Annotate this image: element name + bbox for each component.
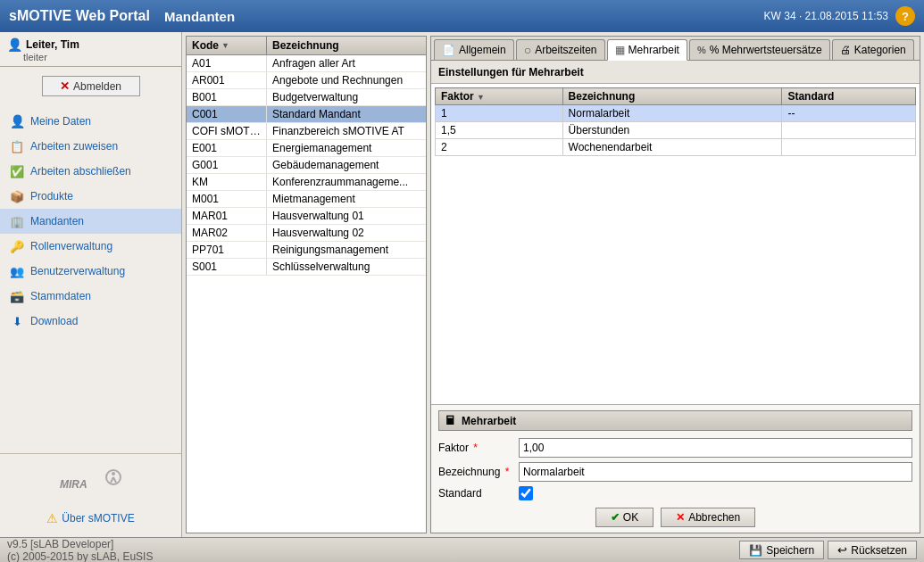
users-icon	[9, 263, 25, 279]
product-icon	[9, 188, 25, 204]
sidebar-item-meine-daten[interactable]: Meine Daten	[0, 109, 181, 134]
inner-table-body[interactable]: 1Normalarbeit--1,5Überstunden2Wochenenda…	[436, 105, 916, 156]
bezeichnung-col-header: Bezeichnung	[562, 88, 782, 105]
sidebar-item-arbeiten-abschliessen[interactable]: Arbeiten abschließen	[0, 159, 181, 184]
sidebar: Leiter, Tim tleiter ✕ Abmelden Meine Dat…	[0, 32, 182, 537]
app-title: sMOTIVE Web Portal	[9, 8, 150, 24]
back-icon	[837, 543, 847, 557]
list-item[interactable]: M001Mietmanagement	[187, 191, 426, 208]
mira-logo: MIRA	[7, 461, 174, 501]
faktor-label: Faktor *	[438, 442, 519, 454]
list-item[interactable]: KMKonferenzraummanageme...	[187, 174, 426, 191]
cancel-button[interactable]: ✕ Abbrechen	[661, 508, 755, 527]
datetime: KW 34 · 21.08.2015 11:53	[764, 10, 888, 22]
sidebar-item-download[interactable]: Download	[0, 309, 181, 334]
settings-section-header: Einstellungen für Mehrarbeit	[431, 61, 920, 84]
nav-items: Meine Daten Arbeiten zuweisen Arbeiten a…	[0, 105, 181, 453]
inner-table-head: Faktor ▼ Bezeichnung Standard	[436, 88, 916, 105]
table-row[interactable]: 1Normalarbeit--	[436, 105, 916, 122]
complete-icon	[9, 163, 25, 179]
sidebar-item-stammdaten[interactable]: Stammdaten	[0, 284, 181, 309]
list-item[interactable]: A01Anfragen aller Art	[187, 55, 426, 72]
svg-point-2	[112, 472, 115, 475]
header-left: sMOTIVE Web Portal Mandanten	[9, 8, 235, 24]
save-button[interactable]: Speichern	[739, 541, 824, 559]
sidebar-item-benutzerverwaltung[interactable]: Benutzerverwaltung	[0, 259, 181, 284]
sort-arrow-icon: ▼	[221, 41, 229, 50]
bezeichnung-column-header: Bezeichnung	[267, 37, 426, 54]
tab-mehrwertsteuersaetze[interactable]: % Mehrwertsteuersätze	[689, 39, 830, 60]
settings-panel: Allgemein Arbeitszeiten Mehrarbeit % Meh…	[430, 36, 920, 533]
calc-icon	[445, 414, 456, 427]
faktor-input[interactable]	[519, 438, 912, 458]
standard-label: Standard	[438, 487, 519, 500]
ok-button[interactable]: ✔ OK	[595, 508, 653, 527]
about-icon	[46, 511, 58, 525]
sidebar-item-mandanten[interactable]: Mandanten	[0, 209, 181, 234]
standard-row: Standard	[438, 486, 912, 500]
user-name: Leiter, Tim	[7, 37, 174, 52]
table-row[interactable]: 1,5Überstunden	[436, 122, 916, 139]
list-item[interactable]: G001Gebäudemanagement	[187, 157, 426, 174]
content-body: Kode ▼ Bezeichnung A01Anfragen aller Art…	[182, 32, 924, 537]
form-title-bar: Mehrarbeit	[438, 410, 912, 431]
tab-arbeitszeiten[interactable]: Arbeitszeiten	[516, 39, 605, 60]
list-item[interactable]: MAR02Hausverwaltung 02	[187, 225, 426, 242]
data-icon	[9, 288, 25, 304]
list-item[interactable]: B001Budgetverwaltung	[187, 89, 426, 106]
statusbar-buttons: Speichern Rücksetzen	[739, 541, 917, 559]
about-link[interactable]: Über sMOTIVE	[7, 507, 174, 530]
list-item[interactable]: C001Standard Mandant	[187, 106, 426, 123]
user-section: Leiter, Tim tleiter	[0, 32, 181, 67]
faktor-row: Faktor *	[438, 438, 912, 458]
mira-logo-svg: MIRA	[55, 461, 127, 497]
app-header: sMOTIVE Web Portal Mandanten KW 34 · 21.…	[0, 0, 924, 32]
bezeichnung-input[interactable]	[519, 462, 912, 482]
work-icon	[9, 138, 25, 154]
right-content: Einstellungen für Mehrarbeit Faktor ▼	[431, 61, 920, 533]
header-right: KW 34 · 21.08.2015 11:53 ?	[764, 6, 915, 26]
tab-allgemein[interactable]: Allgemein	[434, 39, 514, 60]
standard-checkbox[interactable]	[519, 486, 533, 500]
sidebar-item-rollenverwaltung[interactable]: Rollenverwaltung	[0, 234, 181, 259]
standard-col-header: Standard	[782, 88, 916, 105]
mandanten-table[interactable]: A01Anfragen aller ArtAR001Angebote und R…	[187, 55, 426, 533]
ok-check-icon: ✔	[611, 511, 620, 524]
allgemein-icon	[442, 44, 455, 56]
content-area: Kode ▼ Bezeichnung A01Anfragen aller Art…	[182, 32, 924, 537]
svg-text:MIRA: MIRA	[60, 478, 87, 491]
mandant-icon	[9, 213, 25, 229]
sidebar-item-produkte[interactable]: Produkte	[0, 184, 181, 209]
floppy-icon	[749, 544, 762, 557]
required-star: *	[473, 442, 478, 454]
back-button[interactable]: Rücksetzen	[828, 541, 917, 559]
table-row[interactable]: 2Wochenendarbeit	[436, 139, 916, 156]
list-item[interactable]: E001Energiemanagement	[187, 140, 426, 157]
list-item[interactable]: COFI sMOTIVE ATFinanzbereich sMOTIVE AT	[187, 123, 426, 140]
download-icon	[9, 313, 25, 329]
bezeichnung-row: Bezeichnung *	[438, 462, 912, 482]
tab-mehrarbeit[interactable]: Mehrarbeit	[607, 39, 687, 61]
help-button[interactable]: ?	[895, 6, 915, 26]
user-icon	[7, 37, 22, 52]
sidebar-item-arbeiten-zuweisen[interactable]: Arbeiten zuweisen	[0, 134, 181, 159]
svg-line-4	[111, 477, 113, 483]
mehrarbeit-table-section: Faktor ▼ Bezeichnung Standard	[431, 84, 920, 404]
kode-column-header[interactable]: Kode ▼	[187, 37, 267, 54]
arbeitszeiten-icon	[524, 43, 531, 57]
tab-kategorien[interactable]: Kategorien	[832, 39, 914, 60]
list-item[interactable]: S001Schlüsselverwaltung	[187, 259, 426, 276]
page-title: Mandanten	[164, 9, 235, 24]
list-item[interactable]: PP701Reinigungsmanagement	[187, 242, 426, 259]
role-icon	[9, 238, 25, 254]
list-item[interactable]: MAR01Hausverwaltung 01	[187, 208, 426, 225]
list-item[interactable]: AR001Angebote und Rechnungen	[187, 72, 426, 89]
logout-x-icon: ✕	[60, 79, 70, 93]
tabs-bar: Allgemein Arbeitszeiten Mehrarbeit % Meh…	[431, 37, 920, 61]
logout-button[interactable]: ✕ Abmelden	[42, 76, 140, 96]
status-bar: v9.5 [sLAB Developer] (c) 2005-2015 by s…	[0, 537, 924, 562]
faktor-sort-icon: ▼	[477, 93, 485, 102]
mehrarbeit-tab-icon	[615, 44, 625, 56]
form-title: Mehrarbeit	[462, 415, 516, 427]
mehrarbeit-table: Faktor ▼ Bezeichnung Standard	[435, 87, 916, 156]
